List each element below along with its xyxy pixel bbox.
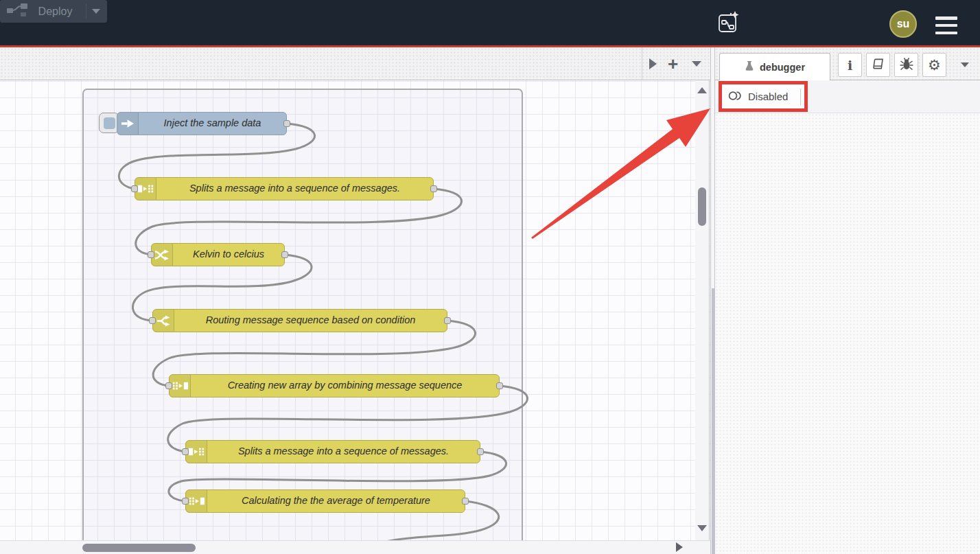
node-input-port[interactable] — [182, 448, 189, 455]
toolbar-divider — [800, 89, 801, 105]
deploy-button[interactable]: Deploy — [0, 0, 107, 23]
deploy-divider — [86, 4, 86, 19]
node-input-port[interactable] — [148, 251, 154, 258]
node-label: Kelvin to celcius — [173, 244, 284, 266]
flask-icon — [745, 60, 754, 74]
node-output-port[interactable] — [496, 382, 503, 389]
header-accent-line — [0, 45, 980, 47]
node-input-port[interactable] — [182, 498, 189, 505]
node-join-2[interactable]: Calculating the the average of temperatu… — [185, 489, 465, 513]
node-output-port[interactable] — [283, 120, 290, 127]
avatar-initials: su — [897, 18, 910, 30]
debug-disabled-toggle-button[interactable]: Disabled — [722, 89, 801, 105]
flow-canvas[interactable]: Inject the sample data Splits a message … — [0, 0, 710, 540]
header-bar: Deploy su — [0, 0, 980, 45]
node-switch[interactable]: Routing message sequence based on condit… — [152, 309, 447, 332]
flow-sparkle-icon — [715, 10, 741, 38]
node-input-port[interactable] — [131, 185, 138, 192]
horizontal-scroll-thumb[interactable] — [82, 544, 196, 552]
bug-button[interactable] — [894, 53, 918, 77]
node-output-port[interactable] — [444, 317, 451, 324]
node-output-port[interactable] — [430, 185, 437, 192]
disabled-label: Disabled — [748, 91, 788, 102]
node-split-1[interactable]: Splits a message into a sequence of mess… — [135, 177, 434, 200]
toggle-off-icon — [728, 91, 743, 103]
resize-grip[interactable] — [712, 288, 714, 554]
chevron-down-icon[interactable] — [692, 61, 701, 67]
node-output-port[interactable] — [462, 498, 469, 505]
node-output-port[interactable] — [281, 251, 288, 258]
workspace-tab-bar: + — [0, 47, 710, 80]
plus-icon[interactable]: + — [668, 57, 678, 71]
scroll-down-icon[interactable] — [697, 525, 707, 531]
node-inject[interactable]: Inject the sample data — [117, 112, 287, 135]
info-button[interactable]: i — [838, 53, 862, 77]
play-right-icon[interactable] — [649, 58, 657, 69]
node-input-port[interactable] — [149, 317, 156, 324]
chevron-down-icon[interactable] — [92, 9, 100, 14]
node-split-2[interactable]: Splits a message into a sequence of mess… — [185, 440, 480, 463]
hamburger-menu-icon[interactable] — [935, 16, 957, 34]
node-change[interactable]: Kelvin to celcius — [151, 243, 285, 266]
inject-arrow-icon — [117, 113, 139, 135]
split-icon — [135, 178, 156, 200]
sidebar: debugger i ⚙ — [715, 47, 980, 554]
scroll-up-icon[interactable] — [697, 87, 707, 93]
chevron-down-icon[interactable] — [961, 62, 969, 67]
canvas-horizontal-scrollbar[interactable] — [0, 540, 710, 554]
vertical-scroll-thumb[interactable] — [698, 187, 706, 226]
node-output-port[interactable] — [477, 448, 484, 455]
node-join-1[interactable]: Creating new array by combining message … — [169, 374, 500, 397]
sidebar-toolbar-buttons: i ⚙ — [838, 53, 969, 77]
node-label: Inject the sample data — [139, 113, 286, 135]
book-button[interactable] — [866, 53, 890, 77]
annotation-highlight-box: Disabled — [719, 81, 808, 112]
sidebar-tab-bar: debugger i ⚙ — [715, 47, 980, 80]
canvas-vertical-scrollbar[interactable] — [695, 80, 710, 540]
info-icon: i — [848, 58, 852, 73]
node-label: Creating new array by combining message … — [191, 375, 499, 397]
workspace-tab-actions: + — [642, 47, 711, 80]
debug-sidebar-toolbar: Disabled — [715, 80, 980, 113]
fork-arrows-icon — [153, 310, 174, 332]
node-input-port[interactable] — [165, 382, 172, 389]
node-red-editor: Deploy su — [0, 0, 980, 554]
node-label: Splits a message into a sequence of mess… — [207, 441, 480, 463]
node-label: Splits a message into a sequence of mess… — [156, 178, 433, 200]
shuffle-arrows-icon — [152, 244, 173, 266]
split-icon — [186, 441, 207, 463]
book-icon — [872, 57, 885, 73]
deploy-nodes-icon — [7, 3, 27, 20]
sidebar-resize-handle[interactable] — [710, 47, 715, 554]
debug-messages-panel[interactable] — [715, 113, 980, 554]
bug-icon — [900, 57, 913, 73]
gear-icon: ⚙ — [928, 58, 941, 72]
node-label: Routing message sequence based on condit… — [174, 310, 447, 332]
user-avatar[interactable]: su — [889, 10, 917, 38]
settings-button[interactable]: ⚙ — [922, 53, 946, 77]
ai-assistant-button[interactable] — [715, 11, 741, 37]
tab-debugger[interactable]: debugger — [719, 53, 830, 80]
scroll-right-icon[interactable] — [676, 542, 683, 552]
deploy-label: Deploy — [27, 5, 83, 18]
join-icon — [170, 375, 191, 397]
tab-label: debugger — [760, 62, 805, 73]
node-label: Calculating the the average of temperatu… — [207, 490, 465, 512]
join-icon — [186, 490, 207, 512]
